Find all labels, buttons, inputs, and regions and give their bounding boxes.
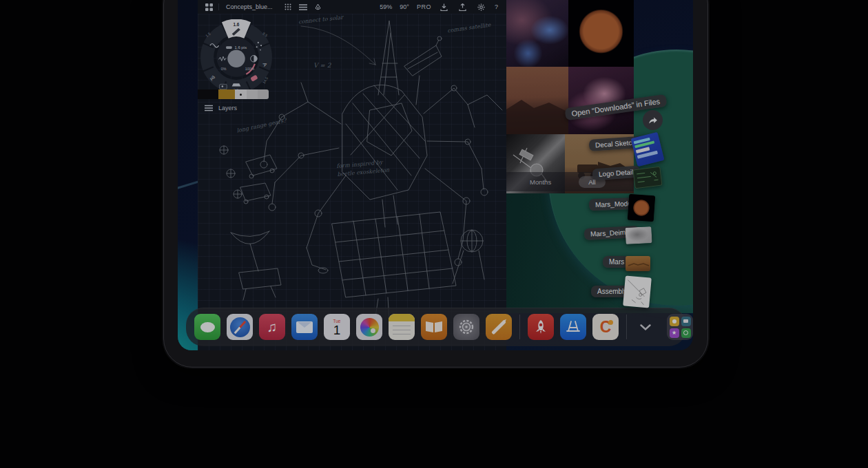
gear-icon[interactable] (476, 1, 487, 12)
calendar-day: 1 (333, 323, 341, 337)
photo-nebula-blue[interactable] (506, 0, 568, 67)
stroke-width-value: 1.6 pts (235, 45, 247, 50)
dots-grid-icon[interactable] (282, 1, 293, 12)
swatch-light-selected[interactable] (235, 89, 247, 99)
layers-menu-icon (205, 105, 213, 111)
app-grid-icon[interactable] (203, 1, 214, 12)
concepts-toolbar: Concepts_blue... 59% 90° PRO ? (198, 0, 506, 14)
dock-rocket-app[interactable] (528, 314, 554, 340)
active-size-value: 1.6 (234, 22, 240, 27)
dock-mail[interactable] (291, 314, 318, 340)
dock-safari[interactable] (227, 314, 253, 340)
dock: ♫ Tue 1 C (186, 308, 686, 346)
swatch-black[interactable] (198, 89, 218, 99)
drawing-canvas[interactable]: connect to solar comms satellite V = 2 l… (198, 14, 506, 350)
settings-gear-icon (457, 318, 475, 336)
menu-lines-icon[interactable] (298, 1, 309, 12)
toolbar-divider (218, 3, 219, 10)
mail-icon (296, 321, 313, 333)
zoom-level[interactable]: 59% (380, 3, 392, 10)
drag-thumb-logo-sticker[interactable] (632, 167, 662, 189)
rocket-icon (533, 319, 549, 335)
drag-thumb-assembly[interactable] (623, 275, 652, 308)
dock-collapse-button[interactable] (637, 314, 654, 340)
pen-nib-icon[interactable] (313, 1, 324, 12)
photos-icon (360, 318, 379, 337)
drag-thumb-mars-deimos[interactable] (625, 226, 652, 244)
ipad-screen: connect to solar comms satellite V = 2 l… (178, 0, 693, 350)
photos-app-window: Months All (506, 0, 634, 193)
dock-divider (626, 315, 627, 339)
messages-icon (200, 322, 215, 332)
dock-divider (519, 315, 520, 339)
app-library-icon: ★ (670, 317, 691, 338)
help-icon[interactable]: ? (495, 3, 498, 10)
wheel-center-knob[interactable] (227, 50, 245, 67)
pro-badge[interactable]: PRO (417, 3, 431, 10)
rotation-value[interactable]: 90° (400, 3, 409, 10)
dock-notes[interactable] (389, 314, 415, 340)
notes-icon (389, 314, 415, 321)
layers-button[interactable]: Layers (205, 105, 237, 111)
dock-books[interactable] (421, 314, 447, 340)
concepts-app-window: connect to solar comms satellite V = 2 l… (198, 0, 506, 350)
color-palette-strip[interactable] (198, 89, 269, 99)
drag-thumb-mars[interactable] (626, 256, 650, 271)
document-title[interactable]: Concepts_blue... (226, 3, 273, 10)
dock-app-store[interactable] (560, 314, 586, 340)
opacity-max: 100% (245, 67, 255, 71)
drag-action-badge (643, 110, 663, 130)
swatch-gray-2[interactable] (258, 89, 269, 99)
chevron-down-icon (640, 324, 651, 330)
share-arrow-icon (648, 116, 658, 125)
dock-music[interactable]: ♫ (259, 314, 285, 340)
dock-concepts-app[interactable]: C (592, 314, 619, 340)
filter-months[interactable]: Months (530, 178, 551, 186)
swatch-gold[interactable] (218, 89, 235, 99)
opacity-min: 0% (221, 67, 227, 71)
dock-app-library[interactable]: ★ (667, 314, 693, 340)
photo-mars-planet[interactable] (568, 0, 634, 67)
layers-label: Layers (218, 105, 237, 111)
import-icon[interactable] (439, 1, 450, 12)
drag-thumb-mars-model[interactable] (628, 194, 656, 222)
safari-icon (230, 317, 250, 337)
dock-settings[interactable] (453, 314, 479, 340)
dock-calendar[interactable]: Tue 1 (324, 314, 350, 340)
music-icon: ♫ (267, 319, 278, 335)
sketch-pen-icon (491, 319, 506, 334)
dock-messages[interactable] (194, 314, 220, 340)
books-icon (426, 321, 433, 332)
annotation-v2: V = 2 (313, 62, 331, 69)
app-store-icon (565, 319, 581, 335)
export-share-icon[interactable] (457, 1, 468, 12)
dock-sketch-app[interactable] (486, 314, 512, 340)
tool-wheel[interactable]: 1.6 A Ag 1.5 9.5 14.5 6.9 (200, 19, 273, 92)
photo-mars-surface[interactable] (506, 67, 568, 134)
dock-photos[interactable] (356, 314, 382, 340)
swatch-gray-1[interactable] (247, 89, 258, 99)
